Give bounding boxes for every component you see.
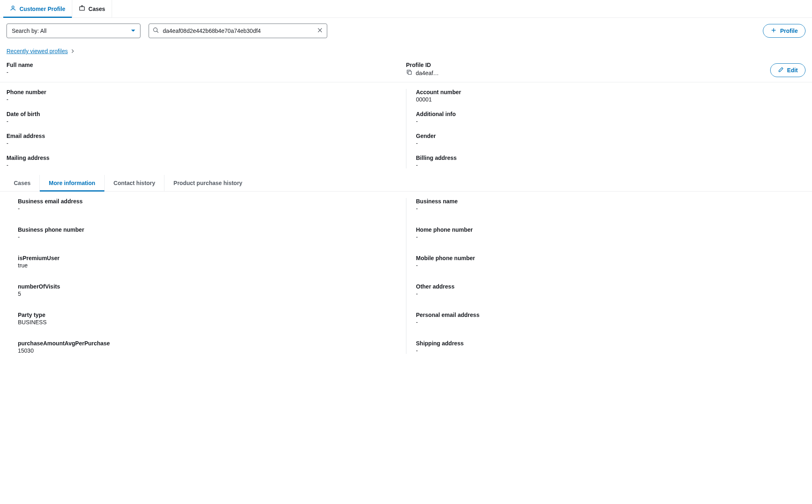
- detail-right-label-2: Gender: [416, 133, 806, 139]
- details-grid: Phone number-Date of birth-Email address…: [0, 82, 812, 175]
- moreinfo-left-label-5: purchaseAmountAvgPerPurchase: [18, 340, 396, 347]
- moreinfo-left-value-3: 5: [18, 291, 396, 297]
- chevron-right-icon: [70, 49, 75, 54]
- copy-icon[interactable]: [406, 69, 412, 77]
- subtab-purchase-history[interactable]: Product purchase history: [164, 175, 251, 191]
- subtab-contact-history[interactable]: Contact history: [105, 175, 165, 191]
- profile-header: Full name - Profile ID da4eaf… Edit: [0, 60, 812, 82]
- subtab-more-info[interactable]: More information: [40, 175, 104, 191]
- moreinfo-left-value-1: -: [18, 234, 396, 240]
- search-by-display: Search by: All: [6, 24, 140, 38]
- search-input[interactable]: [149, 24, 327, 38]
- moreinfo-right-field-0: Business name-: [416, 198, 795, 212]
- edit-button[interactable]: Edit: [770, 63, 806, 77]
- moreinfo-right-value-2: -: [416, 262, 795, 269]
- moreinfo-left-value-5: 15030: [18, 347, 396, 354]
- detail-left-value-2: -: [6, 140, 396, 146]
- moreinfo-left-label-3: numberOfVisits: [18, 283, 396, 290]
- moreinfo-left-field-3: numberOfVisits5: [18, 283, 396, 297]
- detail-right-label-1: Additional info: [416, 111, 806, 117]
- edit-button-label: Edit: [787, 67, 798, 73]
- svg-line-3: [157, 31, 158, 33]
- detail-left-field-1: Date of birth-: [6, 111, 396, 125]
- detail-left-label-3: Mailing address: [6, 155, 396, 161]
- user-icon: [10, 5, 16, 13]
- subtab-cases[interactable]: Cases: [5, 175, 40, 191]
- detail-right-value-0: 00001: [416, 96, 806, 103]
- add-profile-button[interactable]: Profile: [763, 24, 806, 38]
- svg-rect-1: [80, 7, 84, 11]
- moreinfo-left-label-2: isPremiumUser: [18, 255, 396, 261]
- detail-right-label-0: Account number: [416, 89, 806, 95]
- moreinfo-left-label-1: Business phone number: [18, 226, 396, 233]
- toolbar: Search by: All Profile: [0, 18, 812, 44]
- full-name-label: Full name: [6, 62, 406, 68]
- detail-right-value-2: -: [416, 140, 806, 146]
- full-name-value: -: [6, 69, 406, 75]
- edit-icon: [778, 67, 784, 74]
- add-profile-label: Profile: [780, 28, 798, 34]
- moreinfo-left-value-2: true: [18, 262, 396, 269]
- field-profile-id: Profile ID da4eaf…: [406, 62, 770, 77]
- profile-id-value: da4eaf…: [416, 70, 439, 76]
- moreinfo-right-label-3: Other address: [416, 283, 795, 290]
- detail-left-field-0: Phone number-: [6, 89, 396, 103]
- detail-right-label-3: Billing address: [416, 155, 806, 161]
- search-input-wrap: [149, 24, 327, 38]
- detail-left-label-0: Phone number: [6, 89, 396, 95]
- moreinfo-left-value-4: BUSINESS: [18, 319, 396, 325]
- moreinfo-right-field-3: Other address-: [416, 283, 795, 297]
- moreinfo-left-field-1: Business phone number-: [18, 226, 396, 240]
- svg-rect-8: [408, 71, 411, 74]
- search-by-select[interactable]: Search by: All: [6, 24, 140, 38]
- moreinfo-right-value-4: -: [416, 319, 795, 325]
- tab-cases-label: Cases: [89, 6, 105, 12]
- detail-left-value-0: -: [6, 96, 396, 103]
- details-col-right: Account number00001Additional info-Gende…: [406, 89, 806, 168]
- top-tabs: Customer Profile Cases: [0, 0, 812, 18]
- detail-left-field-2: Email address-: [6, 133, 396, 146]
- clear-icon[interactable]: [317, 27, 323, 35]
- moreinfo-right-value-5: -: [416, 347, 795, 354]
- moreinfo-left-field-4: Party typeBUSINESS: [18, 312, 396, 325]
- moreinfo-right-label-2: Mobile phone number: [416, 255, 795, 261]
- recently-viewed-label: Recently viewed profiles: [6, 48, 68, 54]
- svg-point-2: [153, 28, 157, 32]
- detail-right-field-2: Gender-: [416, 133, 806, 146]
- sub-tabs: Cases More information Contact history P…: [0, 175, 812, 192]
- tab-customer-profile[interactable]: Customer Profile: [3, 0, 72, 17]
- more-info-col-right: Business name-Home phone number-Mobile p…: [406, 198, 795, 354]
- plus-icon: [771, 27, 777, 34]
- tab-customer-profile-label: Customer Profile: [19, 6, 65, 12]
- moreinfo-right-value-0: -: [416, 205, 795, 212]
- detail-right-field-3: Billing address-: [416, 155, 806, 168]
- detail-right-value-1: -: [416, 118, 806, 125]
- detail-left-value-1: -: [6, 118, 396, 125]
- moreinfo-right-label-4: Personal email address: [416, 312, 795, 318]
- moreinfo-left-label-0: Business email address: [18, 198, 396, 205]
- moreinfo-left-field-5: purchaseAmountAvgPerPurchase15030: [18, 340, 396, 354]
- detail-left-label-1: Date of birth: [6, 111, 396, 117]
- more-info-col-left: Business email address-Business phone nu…: [18, 198, 406, 354]
- details-col-left: Phone number-Date of birth-Email address…: [6, 89, 406, 168]
- more-info-panel: Business email address-Business phone nu…: [0, 192, 812, 360]
- detail-left-value-3: -: [6, 162, 396, 168]
- moreinfo-left-value-0: -: [18, 205, 396, 212]
- detail-right-field-1: Additional info-: [416, 111, 806, 125]
- moreinfo-right-label-5: Shipping address: [416, 340, 795, 347]
- tab-cases[interactable]: Cases: [72, 0, 112, 17]
- moreinfo-right-field-2: Mobile phone number-: [416, 255, 795, 269]
- detail-right-value-3: -: [416, 162, 806, 168]
- detail-left-label-2: Email address: [6, 133, 396, 139]
- field-full-name: Full name -: [6, 62, 406, 75]
- moreinfo-right-field-5: Shipping address-: [416, 340, 795, 354]
- moreinfo-left-field-2: isPremiumUsertrue: [18, 255, 396, 269]
- recently-viewed-link[interactable]: Recently viewed profiles: [0, 44, 82, 60]
- detail-left-field-3: Mailing address-: [6, 155, 396, 168]
- profile-id-label: Profile ID: [406, 62, 770, 68]
- moreinfo-right-label-0: Business name: [416, 198, 795, 205]
- svg-point-0: [12, 6, 14, 8]
- search-icon: [153, 27, 159, 35]
- moreinfo-right-value-1: -: [416, 234, 795, 240]
- moreinfo-right-label-1: Home phone number: [416, 226, 795, 233]
